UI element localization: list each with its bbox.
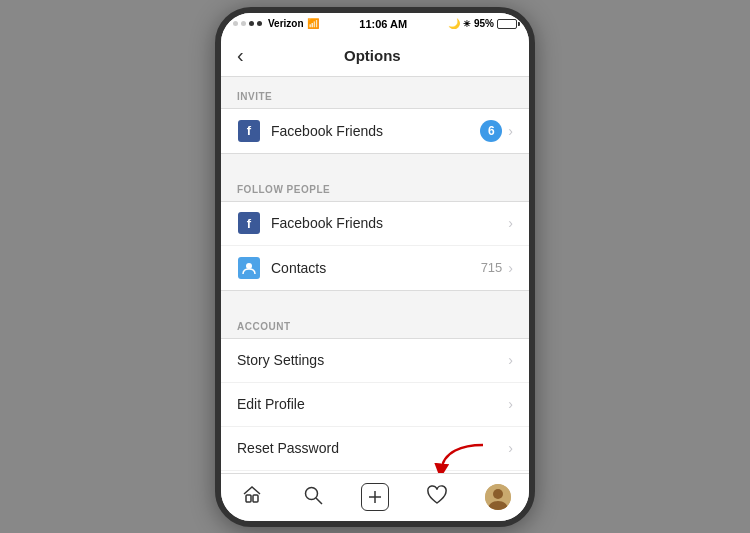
story-settings-row[interactable]: Story Settings › — [221, 339, 529, 383]
search-icon — [303, 485, 323, 510]
fb-icon-invite: f — [237, 119, 261, 143]
follow-contacts-row[interactable]: Contacts 715 › — [221, 246, 529, 290]
svg-line-4 — [316, 498, 322, 504]
svg-rect-1 — [246, 495, 251, 502]
story-settings-label: Story Settings — [237, 352, 508, 368]
section-header-invite: INVITE — [221, 77, 529, 108]
chevron-icon: › — [508, 260, 513, 276]
fb-icon-follow: f — [237, 211, 261, 235]
phone-frame: Verizon 📶 11:06 AM 🌙 ✳ 95% ‹ Options INV… — [215, 7, 535, 527]
bluetooth-icon: ✳ — [463, 19, 471, 29]
status-bar: Verizon 📶 11:06 AM 🌙 ✳ 95% — [221, 13, 529, 35]
edit-profile-row[interactable]: Edit Profile › — [221, 383, 529, 427]
svg-rect-2 — [253, 495, 258, 502]
svg-point-8 — [493, 489, 503, 499]
spacer-2 — [221, 291, 529, 307]
battery-icon — [497, 19, 517, 29]
moon-icon: 🌙 — [448, 18, 460, 29]
chevron-icon: › — [508, 123, 513, 139]
signal-dot-3 — [249, 21, 254, 26]
back-button[interactable]: ‹ — [237, 44, 244, 67]
avatar — [485, 484, 511, 510]
wifi-icon: 📶 — [307, 18, 319, 29]
section-header-follow: FOLLOW PEOPLE — [221, 170, 529, 201]
carrier-label: Verizon — [268, 18, 304, 29]
posts-liked-row[interactable]: Posts You've Liked › — [221, 471, 529, 473]
contacts-count: 715 — [481, 260, 503, 275]
battery-percent: 95% — [474, 18, 494, 29]
status-left: Verizon 📶 — [233, 18, 319, 29]
chevron-icon: › — [508, 352, 513, 368]
tab-add[interactable] — [355, 477, 395, 517]
chevron-icon: › — [508, 440, 513, 456]
add-icon — [361, 483, 389, 511]
tab-bar — [221, 473, 529, 521]
tab-search[interactable] — [293, 477, 333, 517]
reset-password-label: Reset Password — [237, 440, 508, 456]
home-icon — [241, 484, 263, 511]
tab-profile[interactable] — [478, 477, 518, 517]
invite-fb-label: Facebook Friends — [271, 123, 480, 139]
signal-dot-2 — [241, 21, 246, 26]
content-area: INVITE f Facebook Friends 6 › FOLLOW PEO… — [221, 77, 529, 473]
status-right: 🌙 ✳ 95% — [448, 18, 517, 29]
chevron-icon: › — [508, 396, 513, 412]
section-header-account: ACCOUNT — [221, 307, 529, 338]
spacer-1 — [221, 154, 529, 170]
contact-icon — [237, 256, 261, 280]
status-time: 11:06 AM — [359, 18, 407, 30]
tab-home[interactable] — [232, 477, 272, 517]
chevron-icon: › — [508, 215, 513, 231]
svg-point-0 — [246, 263, 252, 269]
invite-fb-row[interactable]: f Facebook Friends 6 › — [221, 109, 529, 153]
contacts-label: Contacts — [271, 260, 481, 276]
follow-fb-row[interactable]: f Facebook Friends › — [221, 202, 529, 246]
signal-dot-4 — [257, 21, 262, 26]
svg-point-3 — [306, 487, 318, 499]
invite-badge: 6 — [480, 120, 502, 142]
page-title: Options — [256, 47, 489, 64]
section-group-account: Story Settings › Edit Profile › Reset Pa… — [221, 338, 529, 473]
signal-dot-1 — [233, 21, 238, 26]
heart-icon — [426, 485, 448, 510]
reset-password-row[interactable]: Reset Password › — [221, 427, 529, 471]
section-group-invite: f Facebook Friends 6 › — [221, 108, 529, 154]
edit-profile-label: Edit Profile — [237, 396, 508, 412]
nav-bar: ‹ Options — [221, 35, 529, 77]
follow-fb-label: Facebook Friends — [271, 215, 508, 231]
tab-heart[interactable] — [417, 477, 457, 517]
section-group-follow: f Facebook Friends › Contacts 715 › — [221, 201, 529, 291]
